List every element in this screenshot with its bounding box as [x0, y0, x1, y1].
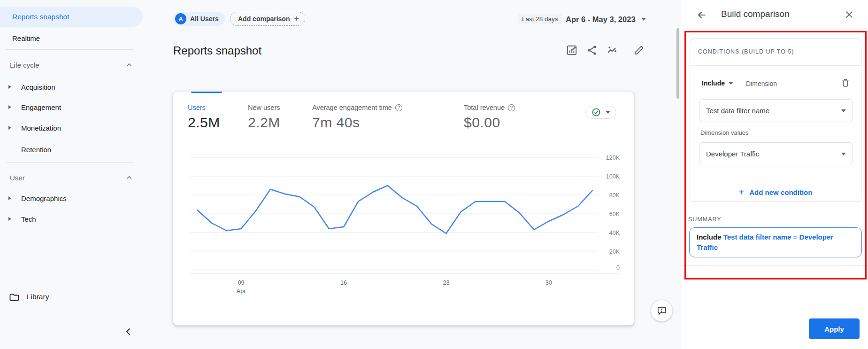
sidebar-section-life-cycle[interactable]: Life cycle [0, 58, 143, 72]
sidebar-item-monetization[interactable]: Monetization [0, 117, 143, 138]
dimension-select[interactable]: Test data filter name [699, 99, 853, 122]
metric-value: 7m 40s [312, 115, 402, 131]
expand-arrow-icon [8, 85, 11, 89]
panel-title: Build comparison [721, 9, 790, 19]
svg-text:30: 30 [545, 279, 552, 286]
folder-icon [8, 291, 20, 302]
left-nav: Reports snapshot Realtime Life cycle Acq… [0, 0, 144, 349]
sidebar-item-label: Monetization [21, 124, 61, 132]
all-users-chip[interactable]: A All Users [173, 12, 225, 26]
close-icon[interactable] [844, 9, 854, 20]
date-preset-badge: Last 28 days [518, 14, 562, 24]
data-quality-selector[interactable] [585, 106, 616, 119]
svg-text:60K: 60K [609, 211, 620, 217]
plus-icon: + [294, 14, 299, 24]
expand-arrow-icon [8, 126, 11, 130]
sidebar-item-retention[interactable]: Retention [0, 139, 143, 160]
chevron-down-icon [841, 109, 846, 112]
summary-header: SUMMARY [688, 216, 722, 223]
metric-label: Average engagement time [312, 104, 392, 111]
svg-text:23: 23 [443, 279, 449, 286]
sidebar-item-realtime[interactable]: Realtime [0, 28, 143, 48]
svg-text:0: 0 [616, 264, 620, 271]
sidebar-item-demographics[interactable]: Demographics [0, 188, 143, 209]
sidebar-section-user[interactable]: User [0, 171, 143, 185]
feedback-button[interactable] [651, 300, 673, 322]
chevron-up-icon [125, 173, 133, 182]
svg-text:Apr: Apr [237, 288, 246, 295]
chevron-left-icon [123, 326, 134, 337]
sidebar-item-label: Retention [21, 146, 51, 154]
date-range-label: Apr 6 - May 3, 2023 [566, 15, 636, 24]
include-label: Include [702, 79, 725, 87]
metric-label: Total revenue [464, 104, 505, 111]
svg-text:80K: 80K [609, 192, 620, 199]
apply-button[interactable]: Apply [809, 318, 860, 339]
build-comparison-panel: Build comparison CONDITIONS (BUILD UP TO… [681, 0, 868, 349]
metric-label: Users [188, 104, 206, 111]
expand-arrow-icon [8, 217, 11, 221]
sidebar-item-acquisition[interactable]: Acquisition [0, 77, 143, 97]
add-comparison-button[interactable]: Add comparison + [230, 12, 305, 26]
sidebar-item-label: Realtime [12, 34, 40, 42]
expand-arrow-icon [8, 105, 11, 109]
customize-report-icon[interactable] [566, 44, 578, 56]
sidebar-item-label: Engagement [21, 103, 61, 111]
back-arrow-icon[interactable] [696, 9, 707, 21]
include-dropdown[interactable]: Include [702, 79, 733, 87]
metric-value: 2.2M [248, 115, 280, 131]
sidebar-item-label: Demographics [21, 194, 67, 202]
vertical-scrollbar[interactable] [676, 28, 679, 99]
divider [681, 27, 868, 27]
metric-total-revenue[interactable]: Total revenue ? $0.00 [464, 104, 515, 131]
insights-icon[interactable] [606, 44, 618, 56]
svg-text:40K: 40K [609, 230, 620, 236]
dimension-values-select-value: Developer Traffic [706, 150, 759, 158]
reports-snapshot-card: Users 2.5M New users 2.2M Average engage… [173, 92, 634, 326]
sidebar-item-library[interactable]: Library [0, 287, 143, 306]
dimension-values-select[interactable]: Developer Traffic [699, 142, 853, 165]
chevron-down-icon [641, 18, 646, 21]
metric-value: $0.00 [464, 115, 515, 131]
divider [6, 162, 134, 163]
divider [681, 265, 868, 266]
users-line-chart: 020K40K60K80K100K120K09Apr162330 [173, 150, 634, 296]
avatar: A [175, 13, 186, 24]
metric-new-users[interactable]: New users 2.2M [248, 104, 280, 131]
svg-text:09: 09 [238, 279, 245, 286]
share-icon[interactable] [586, 44, 598, 56]
metric-avg-engagement-time[interactable]: Average engagement time ? 7m 40s [312, 104, 402, 131]
sidebar-item-label: Reports snapshot [12, 13, 69, 21]
all-users-label: All Users [190, 15, 219, 23]
chevron-up-icon [125, 61, 133, 69]
plus-icon: + [739, 187, 745, 198]
expand-arrow-icon [8, 196, 11, 200]
collapse-nav-button[interactable] [122, 325, 135, 338]
metric-users[interactable]: Users 2.5M [188, 104, 220, 131]
check-circle-icon [591, 108, 601, 117]
delete-condition-icon[interactable] [840, 78, 851, 88]
metric-value: 2.5M [188, 115, 220, 131]
sidebar-item-tech[interactable]: Tech [0, 209, 143, 229]
sidebar-item-label: Acquisition [21, 83, 55, 91]
add-new-condition-button[interactable]: + Add new condition [690, 182, 861, 202]
divider [6, 49, 134, 50]
help-icon[interactable]: ? [508, 104, 515, 111]
chevron-down-icon [729, 82, 733, 85]
svg-text:16: 16 [340, 279, 347, 286]
summary-include: Include [697, 233, 722, 241]
section-title: Life cycle [10, 61, 39, 69]
active-tab-indicator [191, 92, 222, 93]
sidebar-item-reports-snapshot[interactable]: Reports snapshot [0, 7, 143, 27]
metric-label: New users [248, 104, 280, 111]
chevron-down-icon [841, 153, 846, 155]
help-icon[interactable]: ? [395, 104, 402, 111]
edit-icon[interactable] [633, 44, 645, 56]
sidebar-item-engagement[interactable]: Engagement [0, 97, 143, 117]
svg-text:20K: 20K [609, 248, 620, 255]
feedback-icon [656, 305, 667, 316]
add-comparison-label: Add comparison [238, 15, 290, 23]
date-range-selector[interactable]: Apr 6 - May 3, 2023 [566, 12, 646, 26]
sidebar-item-label: Tech [21, 215, 36, 223]
dimension-label: Dimension [746, 80, 777, 87]
